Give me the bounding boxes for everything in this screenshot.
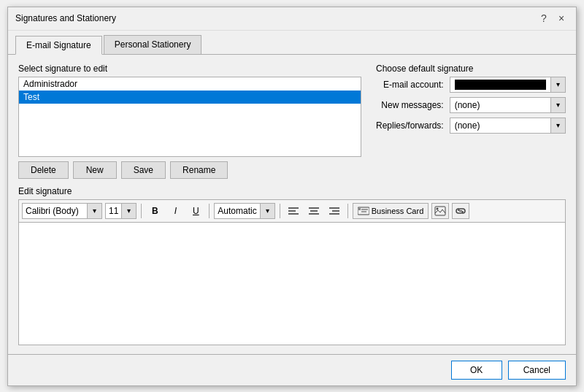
help-button[interactable]: ? <box>537 11 551 26</box>
ok-button[interactable]: OK <box>451 361 502 380</box>
align-center-button[interactable] <box>305 203 323 219</box>
align-left-button[interactable] <box>285 203 302 219</box>
replies-arrow[interactable]: ▾ <box>550 118 565 133</box>
sep2 <box>209 204 210 218</box>
sig-list: Administrador Test <box>19 77 361 104</box>
sig-item-administrador[interactable]: Administrador <box>19 77 361 91</box>
insert-hyperlink-button[interactable] <box>452 203 469 219</box>
sig-item-test[interactable]: Test <box>19 91 361 104</box>
cancel-button[interactable]: Cancel <box>508 361 566 380</box>
business-card-label: Business Card <box>372 207 424 215</box>
tab-email-signature[interactable]: E-mail Signature <box>15 36 102 55</box>
font-name: Calibri (Body) <box>23 206 87 216</box>
close-button[interactable]: × <box>554 11 569 26</box>
align-left-icon <box>288 207 299 215</box>
font-size: 11 <box>106 206 121 216</box>
color-name: Automatic <box>215 206 259 216</box>
hyperlink-icon <box>455 206 466 216</box>
sig-buttons: Delete New Save Rename <box>18 161 361 179</box>
rename-button[interactable]: Rename <box>170 161 228 179</box>
select-sig-panel: Select signature to edit Administrador T… <box>18 64 361 179</box>
delete-button[interactable]: Delete <box>18 161 69 179</box>
business-card-button[interactable]: Business Card <box>353 203 429 219</box>
default-sig-grid: E-mail account: ▾ New messages: (none) ▾… <box>376 77 566 134</box>
edit-sig-label: Edit signature <box>18 186 566 196</box>
new-button[interactable]: New <box>73 161 117 179</box>
color-select[interactable]: Automatic ▾ <box>214 203 274 219</box>
size-select[interactable]: 11 ▾ <box>105 203 137 219</box>
replies-label: Replies/forwards: <box>376 120 444 131</box>
new-messages-value: (none) <box>450 100 550 110</box>
dialog-body: Select signature to edit Administrador T… <box>8 55 576 354</box>
default-sig-panel: Choose default signature E-mail account:… <box>376 64 566 179</box>
svg-point-14 <box>437 207 439 210</box>
font-arrow[interactable]: ▾ <box>87 204 101 218</box>
dialog-footer: OK Cancel <box>8 354 576 385</box>
sig-list-container[interactable]: Administrador Test <box>18 77 361 157</box>
email-account-label: E-mail account: <box>376 80 444 90</box>
email-account-arrow[interactable]: ▾ <box>550 77 565 92</box>
title-bar: Signatures and Stationery ? × <box>8 7 576 31</box>
new-messages-label: New messages: <box>376 100 444 110</box>
align-right-button[interactable] <box>326 203 343 219</box>
align-right-icon <box>329 207 339 215</box>
insert-image-icon <box>434 206 446 216</box>
align-center-icon <box>309 207 319 215</box>
sep3 <box>280 204 280 218</box>
title-controls: ? × <box>537 11 569 26</box>
color-arrow[interactable]: ▾ <box>260 204 274 218</box>
insert-image-button[interactable] <box>431 203 449 219</box>
bold-button[interactable]: B <box>146 203 164 219</box>
default-sig-label: Choose default signature <box>376 64 566 74</box>
replies-select[interactable]: (none) ▾ <box>450 118 566 134</box>
email-account-value <box>455 80 546 90</box>
underline-button[interactable]: U <box>187 203 204 219</box>
edit-sig-section: Edit signature Calibri (Body) ▾ 11 ▾ B I <box>18 186 566 345</box>
save-button[interactable]: Save <box>121 161 166 179</box>
svg-rect-12 <box>358 208 361 210</box>
dialog: Signatures and Stationery ? × E-mail Sig… <box>7 7 577 386</box>
sep4 <box>347 204 348 218</box>
new-messages-arrow[interactable]: ▾ <box>550 98 565 112</box>
email-account-select[interactable]: ▾ <box>450 77 566 93</box>
sep1 <box>141 204 142 218</box>
top-section: Select signature to edit Administrador T… <box>18 64 566 179</box>
business-card-icon <box>358 206 369 216</box>
replies-value: (none) <box>450 120 550 131</box>
tab-bar: E-mail Signature Personal Stationery <box>8 31 576 55</box>
new-messages-select[interactable]: (none) ▾ <box>450 97 566 113</box>
size-arrow[interactable]: ▾ <box>121 204 136 218</box>
edit-area[interactable] <box>18 222 566 345</box>
font-select[interactable]: Calibri (Body) ▾ <box>22 203 102 219</box>
select-sig-label: Select signature to edit <box>18 64 361 74</box>
italic-button[interactable]: I <box>166 203 184 219</box>
tab-personal-stationery[interactable]: Personal Stationery <box>104 35 202 54</box>
edit-sig-toolbar: Calibri (Body) ▾ 11 ▾ B I U Automatic <box>18 199 566 222</box>
dialog-title: Signatures and Stationery <box>15 13 116 23</box>
